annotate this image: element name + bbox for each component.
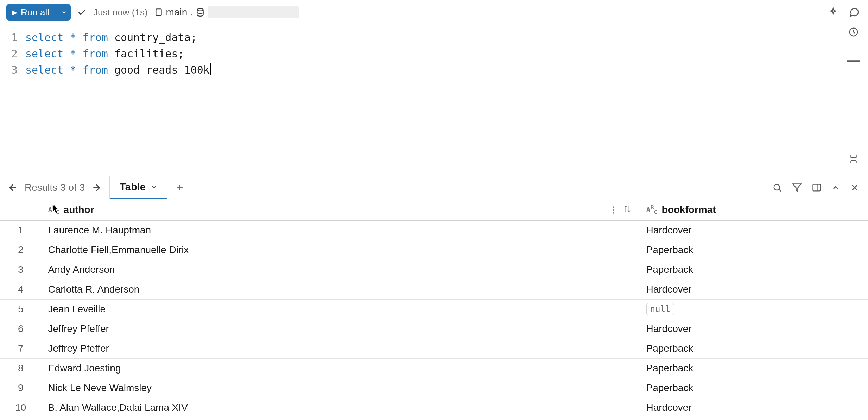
- cell-author[interactable]: Andy Anderson: [42, 260, 640, 280]
- row-number: 4: [0, 280, 42, 299]
- code-content[interactable]: select * from country_data;: [25, 30, 197, 46]
- run-all-label: Run all: [21, 7, 49, 18]
- svg-line-6: [779, 189, 781, 191]
- svg-rect-8: [813, 184, 821, 191]
- context-selector[interactable]: main .: [154, 6, 299, 18]
- cell-bookformat[interactable]: Paperback: [640, 358, 868, 378]
- cell-bookformat[interactable]: Hardcover: [640, 220, 868, 240]
- chevron-up-icon[interactable]: [831, 183, 840, 192]
- cell-author[interactable]: Charlotte Fiell,Emmanuelle Dirix: [42, 240, 640, 260]
- type-icon: ABC: [646, 204, 658, 215]
- run-split-divider: [56, 7, 56, 18]
- cell-bookformat[interactable]: Paperback: [640, 378, 868, 398]
- row-number: 3: [0, 260, 42, 280]
- type-icon: ABC: [48, 204, 59, 215]
- table-row[interactable]: 6Jeffrey PfefferHardcover: [0, 319, 868, 339]
- column-menu-icon[interactable]: ⋮: [609, 205, 618, 215]
- table-row[interactable]: 5Jean Leveillenull: [0, 299, 868, 319]
- editor-right-rail: —: [847, 27, 860, 164]
- cell-author[interactable]: Jeffrey Pfeffer: [42, 319, 640, 339]
- result-tabs: Table +: [110, 176, 192, 199]
- sparkle-icon[interactable]: [826, 5, 841, 20]
- row-number: 8: [0, 358, 42, 378]
- null-pill: null: [646, 303, 674, 315]
- svg-point-1: [197, 8, 203, 11]
- cell-bookformat[interactable]: Paperback: [640, 240, 868, 260]
- row-number: 7: [0, 339, 42, 358]
- check-icon: [77, 7, 87, 17]
- results-prev-button[interactable]: [8, 182, 18, 193]
- catalog-name: main: [166, 7, 188, 18]
- row-number: 1: [0, 220, 42, 240]
- results-table: ABC author ⋮ ABC bookformat: [0, 199, 868, 418]
- table-row[interactable]: 8Edward JoestingPaperback: [0, 358, 868, 378]
- table-row[interactable]: 4Carlotta R. AndersonHardcover: [0, 280, 868, 299]
- svg-rect-0: [156, 9, 161, 16]
- cell-bookformat[interactable]: Paperback: [640, 339, 868, 358]
- svg-marker-7: [793, 184, 801, 192]
- line-number: 2: [0, 46, 25, 62]
- results-next-button[interactable]: [91, 182, 102, 193]
- row-number: 10: [0, 398, 42, 418]
- sort-icon[interactable]: [623, 205, 631, 215]
- close-icon[interactable]: [850, 183, 860, 193]
- cell-author[interactable]: Nick Le Neve Walmsley: [42, 378, 640, 398]
- search-icon[interactable]: [772, 183, 782, 193]
- table-row[interactable]: 1Laurence M. HauptmanHardcover: [0, 220, 868, 240]
- tab-table-label: Table: [120, 181, 146, 193]
- row-number: 5: [0, 299, 42, 319]
- results-bar: Results 3 of 3 Table +: [0, 176, 868, 199]
- editor-line[interactable]: 2select * from facilities;: [0, 46, 868, 62]
- row-number: 6: [0, 319, 42, 339]
- editor-line[interactable]: 3select * from good_reads_100k: [0, 62, 868, 78]
- cell-author[interactable]: Carlotta R. Anderson: [42, 280, 640, 299]
- column-label: author: [64, 204, 94, 215]
- cell-author[interactable]: B. Alan Wallace,Dalai Lama XIV: [42, 398, 640, 418]
- run-all-button[interactable]: ▶ Run all: [6, 4, 71, 21]
- panel-icon[interactable]: [812, 183, 822, 193]
- results-tools: [772, 183, 868, 193]
- cell-bookformat[interactable]: Hardcover: [640, 280, 868, 299]
- cell-author[interactable]: Jean Leveille: [42, 299, 640, 319]
- chevron-down-icon[interactable]: [61, 9, 67, 15]
- results-table-wrap[interactable]: ABC author ⋮ ABC bookformat: [0, 199, 868, 420]
- tab-table[interactable]: Table: [110, 176, 167, 199]
- table-row[interactable]: 3Andy AndersonPaperback: [0, 260, 868, 280]
- database-icon: [196, 8, 205, 17]
- history-icon[interactable]: [848, 27, 859, 37]
- context-separator: .: [190, 7, 193, 18]
- cell-bookformat[interactable]: null: [640, 299, 868, 319]
- table-row[interactable]: 2Charlotte Fiell,Emmanuelle DirixPaperba…: [0, 240, 868, 260]
- text-cursor: [210, 63, 211, 75]
- column-label: bookformat: [662, 204, 716, 215]
- catalog-icon: [154, 7, 163, 18]
- editor-line[interactable]: 1select * from country_data;: [0, 30, 868, 46]
- table-row[interactable]: 7Jeffrey PfefferPaperback: [0, 339, 868, 358]
- cell-bookformat[interactable]: Hardcover: [640, 398, 868, 418]
- run-status: Just now (1s): [93, 7, 148, 18]
- cell-bookformat[interactable]: Paperback: [640, 260, 868, 280]
- code-content[interactable]: select * from facilities;: [25, 46, 184, 62]
- row-number: 2: [0, 240, 42, 260]
- keyboard-shortcut-icon[interactable]: [848, 154, 859, 164]
- rownum-header: [0, 199, 42, 220]
- comment-icon[interactable]: [847, 5, 862, 20]
- cell-author[interactable]: Laurence M. Hauptman: [42, 220, 640, 240]
- code-content[interactable]: select * from good_reads_100k: [25, 62, 211, 78]
- sql-editor[interactable]: 1select * from country_data;2select * fr…: [0, 25, 868, 176]
- row-number: 9: [0, 378, 42, 398]
- table-row[interactable]: 9Nick Le Neve WalmsleyPaperback: [0, 378, 868, 398]
- results-nav: Results 3 of 3: [0, 176, 110, 199]
- results-position: Results 3 of 3: [25, 182, 85, 193]
- chevron-down-icon[interactable]: [151, 183, 158, 190]
- cell-bookformat[interactable]: Hardcover: [640, 319, 868, 339]
- table-header-row: ABC author ⋮ ABC bookformat: [0, 199, 868, 220]
- cell-author[interactable]: Jeffrey Pfeffer: [42, 339, 640, 358]
- column-header-author[interactable]: ABC author ⋮: [42, 199, 640, 220]
- cell-author[interactable]: Edward Joesting: [42, 358, 640, 378]
- column-header-bookformat[interactable]: ABC bookformat: [640, 199, 868, 220]
- add-tab-button[interactable]: +: [167, 181, 192, 194]
- table-row[interactable]: 10B. Alan Wallace,Dalai Lama XIVHardcove…: [0, 398, 868, 418]
- filter-icon[interactable]: [792, 183, 802, 193]
- collapse-icon[interactable]: —: [847, 53, 860, 68]
